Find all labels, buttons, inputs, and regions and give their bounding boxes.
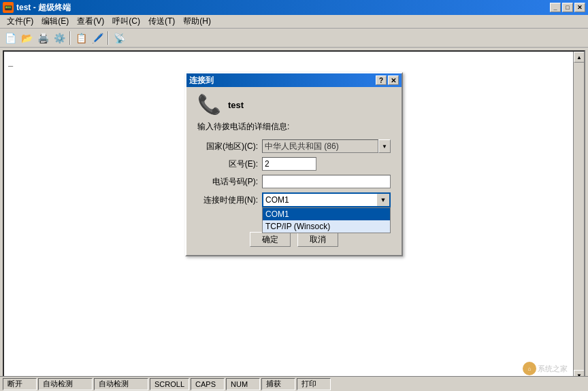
country-label: 国家(地区)(C): (197, 141, 262, 152)
toolbar-new[interactable]: 📄 (3, 31, 18, 46)
maximize-button[interactable]: □ (562, 3, 573, 12)
form-row-phone: 电话号码(P): (197, 175, 391, 188)
toolbar-copy[interactable]: 📋 (74, 31, 88, 46)
connect-dialog: 连接到 ? ✕ 📞 test 输入待拨电话的详细信息: 国家(地区)(C): 中… (185, 72, 403, 256)
dropdown-item-com1[interactable]: COM1 (263, 208, 390, 220)
toolbar-properties[interactable]: ⚙️ (52, 31, 67, 46)
dialog-title-bar: 连接到 ? ✕ (186, 73, 402, 87)
dropdown-item-tcpip[interactable]: TCP/IP (Winsock) (263, 220, 390, 233)
status-caps: CAPS (191, 378, 225, 390)
title-bar-buttons[interactable]: _ □ ✕ (550, 3, 585, 12)
area-label: 区号(E): (197, 158, 262, 170)
ok-button[interactable]: 确定 (250, 232, 291, 247)
menu-view[interactable]: 查看(V) (73, 14, 108, 29)
scroll-track (574, 63, 584, 370)
connect-label: 连接时使用(N): (197, 194, 262, 206)
status-bar: 断开 自动检测 自动检测 SCROLL CAPS NUM 捕获 打印 (0, 376, 588, 391)
dialog-title-buttons[interactable]: ? ✕ (376, 75, 399, 85)
dialog-body: 📞 test 输入待拨电话的详细信息: 国家(地区)(C): 中华人民共和国 (… (186, 87, 402, 255)
form-row-country: 国家(地区)(C): 中华人民共和国 (86) ▼ (197, 139, 391, 153)
phone-field[interactable] (262, 175, 391, 188)
terminal-cursor: _ (8, 57, 13, 67)
form-row-area: 区号(E): (197, 157, 391, 171)
toolbar-sep1 (69, 31, 71, 45)
connect-input[interactable] (262, 192, 377, 207)
minimize-button[interactable]: _ (550, 3, 561, 12)
toolbar-sep2 (108, 31, 109, 45)
menu-help[interactable]: 帮助(H) (179, 14, 215, 29)
menu-file[interactable]: 文件(F) (3, 14, 37, 29)
close-button[interactable]: ✕ (574, 3, 585, 12)
dialog-buttons: 确定 取消 (197, 232, 391, 247)
status-auto1: 自动检测 (38, 378, 93, 390)
menu-edit[interactable]: 编辑(E) (37, 14, 73, 29)
country-dropdown-arrow[interactable]: ▼ (378, 139, 391, 153)
watermark-text: 系统之家 (538, 364, 568, 374)
status-num: NUM (226, 378, 260, 390)
window-title: test - 超级终端 (16, 2, 71, 14)
menu-bar: 文件(F) 编辑(E) 查看(V) 呼叫(C) 传送(T) 帮助(H) (0, 15, 588, 29)
status-print: 打印 (297, 378, 331, 390)
cancel-button[interactable]: 取消 (297, 232, 338, 247)
dialog-close-button[interactable]: ✕ (388, 75, 399, 85)
phone-input[interactable] (262, 175, 391, 188)
area-field[interactable] (262, 157, 391, 171)
dialog-title: 连接到 (189, 75, 214, 86)
watermark: ⌂ 系统之家 (523, 362, 568, 375)
status-scroll: SCROLL (150, 378, 189, 390)
country-field[interactable]: 中华人民共和国 (86) ▼ (262, 139, 391, 153)
watermark-icon: ⌂ (523, 362, 536, 375)
toolbar-paste[interactable]: 🖊️ (90, 31, 105, 46)
dialog-header: 📞 test (197, 95, 391, 114)
area-input[interactable] (262, 157, 316, 171)
scrollbar[interactable]: ▲ ▼ (573, 52, 584, 381)
status-disconnect: 断开 (3, 378, 37, 390)
phone-label: 电话号码(P): (197, 176, 262, 188)
toolbar: 📄 📂 🖨️ ⚙️ 📋 🖊️ 📡 (0, 29, 588, 48)
dialog-connection-name: test (228, 100, 244, 110)
toolbar-print[interactable]: 🖨️ (35, 31, 50, 46)
scroll-up[interactable]: ▲ (574, 52, 585, 63)
connect-dropdown-list: COM1 TCP/IP (Winsock) (262, 207, 391, 233)
dialog-phone-icon: 📞 (197, 95, 221, 114)
connect-field[interactable]: ▼ COM1 TCP/IP (Winsock) (262, 192, 391, 207)
dialog-help-button[interactable]: ? (376, 75, 387, 85)
menu-call[interactable]: 呼叫(C) (108, 14, 144, 29)
dialog-description: 输入待拨电话的详细信息: (197, 121, 391, 133)
terminal-area[interactable]: _ ▲ ▼ 连接到 ? ✕ 📞 test 输入待拨电话的详细信息: (3, 50, 585, 382)
title-bar: 📟 test - 超级终端 _ □ ✕ (0, 0, 588, 15)
title-bar-left: 📟 test - 超级终端 (3, 2, 71, 14)
form-row-connect: 连接时使用(N): ▼ COM1 TCP/IP (Winsock) (197, 192, 391, 207)
menu-transfer[interactable]: 传送(T) (144, 14, 179, 29)
toolbar-connect[interactable]: 📡 (112, 31, 127, 46)
toolbar-open[interactable]: 📂 (19, 31, 34, 46)
country-value: 中华人民共和国 (86) (262, 139, 378, 153)
app-icon: 📟 (3, 2, 14, 13)
status-auto2: 自动检测 (94, 378, 148, 390)
status-capture: 捕获 (261, 378, 295, 390)
connect-dropdown-arrow[interactable]: ▼ (377, 192, 391, 207)
connect-select-wrapper[interactable]: ▼ (262, 192, 391, 207)
